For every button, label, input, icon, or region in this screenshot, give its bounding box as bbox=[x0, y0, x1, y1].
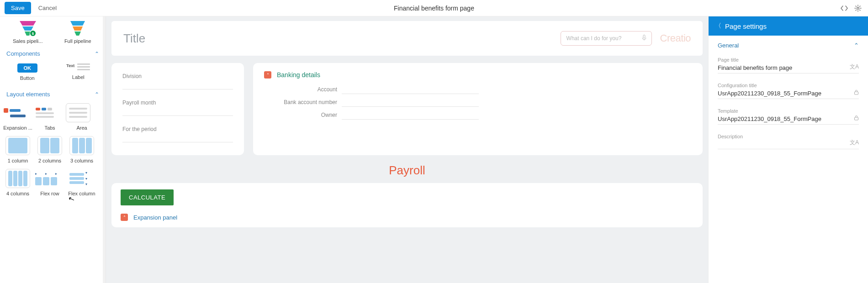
flex-row-icon: ▸▸▸ bbox=[34, 169, 58, 188]
owner-input[interactable] bbox=[342, 110, 479, 120]
gear-icon[interactable] bbox=[852, 3, 863, 14]
collapse-toggle[interactable]: ˄ bbox=[264, 71, 271, 79]
page-title-input[interactable]: Financial benefits form page bbox=[718, 64, 859, 73]
svg-point-0 bbox=[857, 7, 859, 9]
config-title-input[interactable]: UsrApp20211230_0918_55_FormPage bbox=[718, 90, 859, 99]
expansion-panel-title: Expansion panel bbox=[133, 214, 177, 221]
ok-button-preview: OK bbox=[17, 63, 38, 73]
svg-marker-7 bbox=[70, 21, 85, 26]
lock-icon bbox=[854, 115, 859, 122]
config-title-label: Configuration title bbox=[718, 83, 859, 88]
section-components[interactable]: Components ⌃ bbox=[0, 44, 106, 60]
field-period-label: For the period bbox=[122, 126, 233, 132]
lock-icon bbox=[854, 89, 859, 96]
layout-label: Expansion ... bbox=[2, 125, 34, 131]
section-label: Components bbox=[6, 50, 40, 57]
page-title-label: Page title bbox=[718, 57, 859, 63]
widget-label: Sales pipeli... bbox=[10, 38, 46, 44]
chevron-up-icon: ⌃ bbox=[95, 91, 99, 98]
svg-text:$: $ bbox=[32, 31, 34, 36]
banking-details-title: Banking details bbox=[277, 71, 320, 79]
widget-full-pipeline[interactable]: Full pipeline bbox=[59, 20, 96, 44]
field-payroll-month-label: Payroll month bbox=[122, 100, 233, 106]
settings-section-general[interactable]: General ⌃ bbox=[718, 42, 859, 49]
code-icon[interactable] bbox=[839, 3, 850, 14]
save-button[interactable]: Save bbox=[5, 2, 31, 14]
template-label: Template bbox=[718, 108, 859, 114]
collapse-toggle[interactable]: ˄ bbox=[121, 214, 128, 221]
field-division-input[interactable] bbox=[122, 80, 233, 89]
account-label: Account bbox=[264, 86, 342, 93]
layout-label: Area bbox=[66, 125, 98, 131]
hero-area[interactable]: Title What can I do for you? Creatio bbox=[111, 21, 703, 56]
flex-column-icon: ▾▾▾ bbox=[66, 169, 90, 188]
layout-label: 2 columns bbox=[34, 158, 66, 163]
sales-pipeline-icon: $ bbox=[19, 20, 37, 37]
account-input[interactable] bbox=[342, 85, 479, 94]
layout-label: 4 columns bbox=[2, 191, 34, 196]
area-icon bbox=[66, 103, 90, 122]
search-placeholder: What can I do for you? bbox=[566, 35, 622, 42]
card-banking-details[interactable]: ˄ Banking details Account Bank account n… bbox=[253, 63, 703, 155]
svg-marker-8 bbox=[73, 26, 83, 31]
chevron-up-icon: ⌃ bbox=[95, 51, 99, 57]
title-placeholder[interactable]: Title bbox=[123, 31, 145, 46]
component-button[interactable]: OK Button bbox=[7, 63, 48, 81]
svg-rect-10 bbox=[643, 35, 645, 38]
field-division-label: Division bbox=[122, 73, 233, 79]
bank-account-number-input[interactable] bbox=[342, 98, 479, 107]
layout-tabs[interactable]: Tabs bbox=[34, 103, 66, 131]
svg-marker-9 bbox=[74, 31, 81, 36]
layout-label: 1 column bbox=[2, 158, 34, 163]
layout-label: Flex row bbox=[34, 191, 66, 196]
brand-logo: Creatio bbox=[660, 32, 691, 44]
layout-label: Flex column bbox=[66, 191, 98, 196]
tabs-icon bbox=[34, 103, 58, 122]
top-bar: Save Cancel Financial benefits form page bbox=[0, 0, 868, 16]
field-period-input[interactable] bbox=[122, 133, 233, 142]
card-payroll[interactable]: CALCULATE ˄ Expansion panel bbox=[111, 183, 703, 227]
label-preview-icon: Text bbox=[66, 63, 90, 72]
layout-label: 3 columns bbox=[66, 158, 98, 163]
layout-expansion-panel[interactable]: Expansion ... bbox=[2, 103, 34, 131]
designer-canvas[interactable]: Title What can I do for you? Creatio Div… bbox=[106, 16, 708, 283]
svg-rect-12 bbox=[855, 117, 858, 120]
designer-sidebar: $ Sales pipeli... Full pipeline Componen… bbox=[0, 16, 106, 283]
widget-sales-pipeline[interactable]: $ Sales pipeli... bbox=[10, 20, 46, 44]
translate-icon[interactable]: 文A bbox=[850, 139, 859, 147]
bank-account-number-label: Bank account number bbox=[264, 99, 342, 105]
assistant-search[interactable]: What can I do for you? bbox=[561, 31, 652, 46]
four-columns-icon bbox=[5, 169, 30, 188]
component-label: Button bbox=[7, 75, 48, 81]
card-division[interactable]: Division Payroll month For the period bbox=[111, 63, 244, 155]
settings-panel-title: Page settings bbox=[725, 22, 767, 30]
layout-2-columns[interactable]: 2 columns bbox=[34, 136, 66, 163]
layout-3-columns[interactable]: 3 columns bbox=[66, 136, 98, 163]
chevron-left-icon[interactable]: 〈 bbox=[715, 22, 721, 30]
expansion-panel-icon bbox=[2, 103, 26, 122]
svg-marker-1 bbox=[20, 21, 36, 26]
field-payroll-month-input[interactable] bbox=[122, 107, 233, 116]
translate-icon[interactable]: 文A bbox=[850, 63, 859, 71]
section-layout[interactable]: Layout elements ⌃ bbox=[0, 84, 106, 100]
component-label[interactable]: Text Label bbox=[58, 63, 99, 81]
owner-label: Owner bbox=[264, 112, 342, 118]
section-label: Layout elements bbox=[6, 91, 50, 98]
layout-flex-column[interactable]: ▾▾▾ Flex column bbox=[66, 169, 98, 196]
settings-panel: 〈 Page settings General ⌃ Page title Fin… bbox=[708, 16, 868, 283]
layout-flex-row[interactable]: ▸▸▸ Flex row bbox=[34, 169, 66, 196]
description-label: Description bbox=[718, 134, 859, 139]
description-input[interactable] bbox=[718, 141, 859, 149]
svg-rect-11 bbox=[855, 92, 858, 94]
cancel-button[interactable]: Cancel bbox=[38, 5, 57, 11]
chevron-up-icon: ⌃ bbox=[854, 42, 859, 49]
payroll-heading[interactable]: Payroll bbox=[111, 163, 703, 178]
layout-area[interactable]: Area bbox=[66, 103, 98, 131]
calculate-button[interactable]: CALCULATE bbox=[121, 189, 174, 205]
settings-panel-header[interactable]: 〈 Page settings bbox=[709, 16, 868, 36]
microphone-icon[interactable] bbox=[641, 35, 647, 42]
template-input[interactable]: UsrApp20211230_0918_55_FormPage bbox=[718, 115, 859, 125]
layout-4-columns[interactable]: 4 columns bbox=[2, 169, 34, 196]
layout-1-column[interactable]: 1 column bbox=[2, 136, 34, 163]
layout-label: Tabs bbox=[34, 125, 66, 131]
